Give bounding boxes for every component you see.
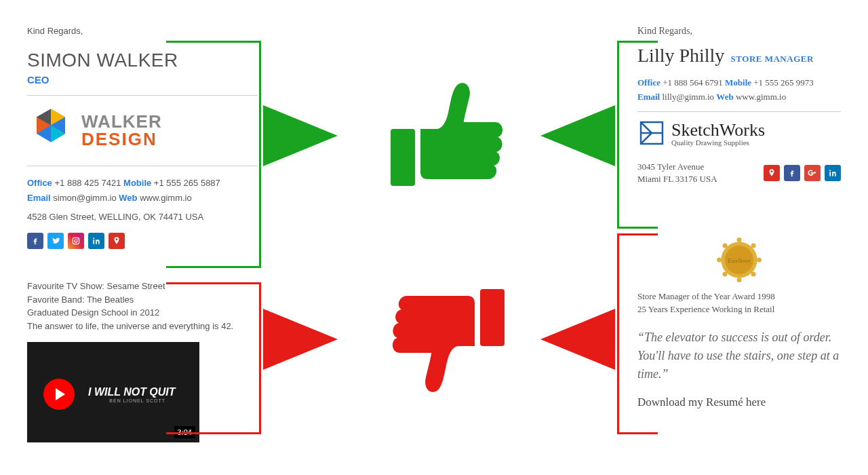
bracket-bad-right [617,233,658,434]
pointer-right-good-icon [540,105,615,166]
svg-point-22 [737,278,742,282]
linkedin-icon[interactable] [825,165,841,181]
thumbs-down-icon [380,271,515,409]
svg-point-21 [751,272,756,277]
mobile-label: Mobile [725,77,751,88]
logo-line2: DESIGN [81,130,162,148]
svg-point-25 [723,244,728,248]
mobile-value: +1 555 265 9973 [753,77,814,88]
quote-text: “The elevator to success is out of order… [637,328,841,383]
svg-point-19 [751,244,756,248]
thumbs-up-icon [380,68,515,206]
logo-mark-icon [27,105,75,155]
web-label: Web [716,92,733,102]
mobile-label: Mobile [123,178,151,188]
facebook-icon[interactable] [784,165,800,181]
pointer-right-bad-icon [540,309,615,370]
award-line: Store Manager of the Year Award 1998 [637,290,841,303]
svg-rect-27 [391,129,415,186]
pointer-left-bad-icon [263,309,338,370]
instagram-icon[interactable] [68,233,84,249]
social-icons [764,165,841,181]
award-line: 25 Years Experience Working in Retail [637,303,841,316]
office-value: +1 888 564 6791 [663,77,723,88]
person-title: STORE MANAGER [731,54,814,64]
logo-line1: WALKER [81,113,162,130]
download-resume-link[interactable]: Download my Resumé here [637,396,841,409]
twitter-icon[interactable] [47,233,64,249]
svg-point-23 [723,272,728,277]
bracket-bad-left [166,282,261,434]
brand-tagline: Quality Drawing Supplies [671,139,765,147]
facebook-icon[interactable] [27,233,43,249]
linkedin-icon[interactable] [88,233,104,249]
svg-point-15 [829,170,831,171]
email-label: Email [27,193,51,203]
bracket-good-left [166,41,261,268]
svg-rect-8 [93,240,94,244]
logo-wordmark: SketchWorks Quality Drawing Supplies [671,121,765,147]
svg-point-6 [75,240,77,242]
svg-point-18 [737,238,742,242]
email-value[interactable]: simon@gimm.io [53,193,116,203]
googleplus-icon[interactable] [804,165,821,181]
svg-point-9 [93,238,94,239]
web-value[interactable]: www.gimm.io [736,92,786,102]
svg-point-7 [77,239,78,240]
svg-rect-14 [829,172,831,176]
contact-block: Office +1 888 564 6791 Mobile +1 555 265… [637,76,841,104]
play-icon[interactable] [43,379,75,410]
right-signature: Kind Regards, Lilly Philly STORE MANAGER… [637,26,841,185]
right-signature-extras: Excellence Store Manager of the Year Awa… [637,236,841,409]
svg-rect-28 [480,289,505,346]
divider [637,111,841,112]
closing-text: Kind Regards, [637,26,841,37]
web-label: Web [119,193,137,203]
svg-point-20 [757,258,762,263]
logo-wordmark: WALKER DESIGN [81,113,162,148]
map-pin-icon[interactable] [108,233,125,249]
brand-name: SketchWorks [671,121,765,139]
excellence-badge-icon: Excellence [715,236,763,284]
closing-text: Kind Regards, [27,26,258,36]
svg-point-24 [717,258,722,263]
svg-text:Excellence: Excellence [727,258,751,264]
company-logo: SketchWorks Quality Drawing Supplies [637,119,841,150]
email-value[interactable]: lilly@gimm.io [662,92,714,102]
video-author: BEN LIONEL SCOTT [109,398,165,405]
bracket-good-right [617,41,658,229]
office-label: Office [27,178,52,188]
pointer-left-good-icon [263,105,338,166]
office-value: +1 888 425 7421 [54,178,121,188]
map-pin-icon[interactable] [764,165,780,181]
